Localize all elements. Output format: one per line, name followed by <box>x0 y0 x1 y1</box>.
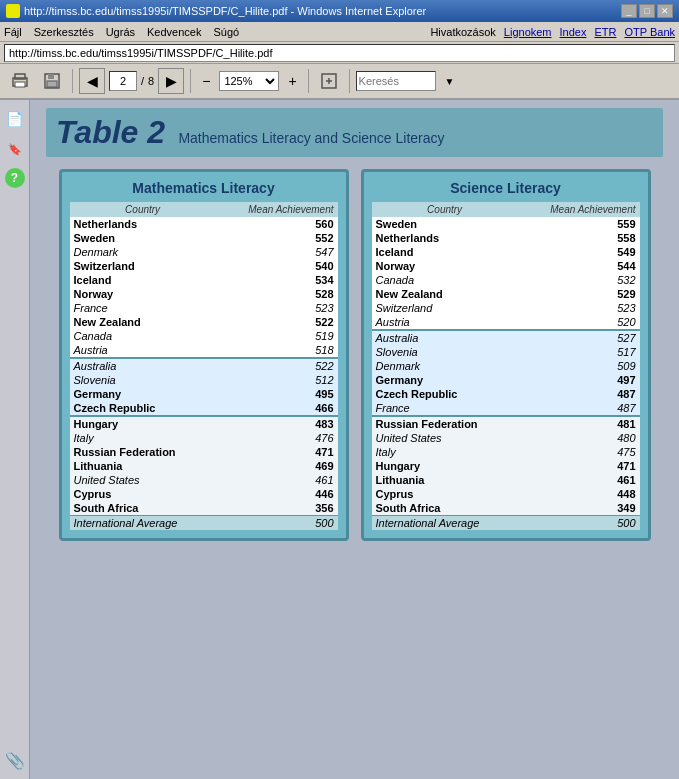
zoom-select[interactable]: 125% 100% 75% <box>219 71 279 91</box>
otpbank-link[interactable]: OTP Bank <box>624 26 675 38</box>
save-button[interactable] <box>38 67 66 95</box>
country-name: Iceland <box>372 245 518 259</box>
table-row: Netherlands560 <box>70 217 338 231</box>
address-bar <box>0 42 679 64</box>
table-row: South Africa356 <box>70 501 338 516</box>
etr-link[interactable]: ETR <box>594 26 616 38</box>
address-input[interactable] <box>4 44 675 62</box>
tables-container: Mathematics Literacy Country Mean Achiev… <box>46 169 663 541</box>
table-row: Russian Federation481 <box>372 416 640 431</box>
country-name: Lithuania <box>70 459 216 473</box>
table-title-row: Table 2 Mathematics Literacy and Science… <box>46 108 663 157</box>
mean-score: 466 <box>216 401 338 416</box>
country-name: Denmark <box>70 245 216 259</box>
country-name: Italy <box>70 431 216 445</box>
search-input[interactable] <box>356 71 436 91</box>
mean-score: 544 <box>518 259 640 273</box>
menu-help[interactable]: Súgó <box>213 26 239 38</box>
window-controls[interactable]: _ □ ✕ <box>621 4 673 18</box>
sidebar-bookmark-icon[interactable]: 🔖 <box>4 138 26 160</box>
country-name: Italy <box>372 445 518 459</box>
country-name: Germany <box>372 373 518 387</box>
zoom-out-button[interactable]: − <box>197 67 215 95</box>
table-row: Slovenia512 <box>70 373 338 387</box>
table-row: Italy476 <box>70 431 338 445</box>
table-row: Hungary471 <box>372 459 640 473</box>
menu-right: Hivatkozások Lignokem Index ETR OTP Bank <box>430 26 675 38</box>
country-name: Iceland <box>70 273 216 287</box>
menu-file[interactable]: Fájl <box>4 26 22 38</box>
country-name: Switzerland <box>372 301 518 315</box>
avg-label: International Average <box>372 516 518 531</box>
table-row: Canada519 <box>70 329 338 343</box>
toolbar-sep-4 <box>349 69 350 93</box>
page-number-input[interactable] <box>109 71 137 91</box>
svg-rect-5 <box>47 81 57 87</box>
country-name: United States <box>70 473 216 487</box>
country-name: New Zealand <box>70 315 216 329</box>
table-row: Lithuania469 <box>70 459 338 473</box>
mean-score: 523 <box>518 301 640 315</box>
menu-bar: Fájl Szerkesztés Ugrás Kedvencek Súgó Hi… <box>0 22 679 42</box>
sidebar-attachment-icon[interactable]: 📎 <box>4 749 26 771</box>
math-data-table: Country Mean Achievement Netherlands560S… <box>70 202 338 530</box>
country-name: France <box>372 401 518 416</box>
sidebar-question-icon[interactable]: ? <box>5 168 25 188</box>
table-row: Germany497 <box>372 373 640 387</box>
country-name: Czech Republic <box>372 387 518 401</box>
mean-score: 471 <box>518 459 640 473</box>
science-data-table: Country Mean Achievement Sweden559Nether… <box>372 202 640 530</box>
fit-page-button[interactable] <box>315 67 343 95</box>
mean-score: 461 <box>216 473 338 487</box>
country-name: Norway <box>70 287 216 301</box>
country-name: Australia <box>372 330 518 345</box>
mean-score: 547 <box>216 245 338 259</box>
page-separator: / <box>141 75 144 87</box>
table-row: United States461 <box>70 473 338 487</box>
table-row: Switzerland540 <box>70 259 338 273</box>
mean-score: 559 <box>518 217 640 231</box>
toolbar-sep-1 <box>72 69 73 93</box>
country-name: Slovenia <box>372 345 518 359</box>
mean-score: 534 <box>216 273 338 287</box>
country-name: New Zealand <box>372 287 518 301</box>
mean-score: 487 <box>518 387 640 401</box>
mean-score: 552 <box>216 231 338 245</box>
country-name: Cyprus <box>372 487 518 501</box>
minimize-button[interactable]: _ <box>621 4 637 18</box>
search-dropdown-button[interactable]: ▼ <box>440 67 460 95</box>
table-row: Denmark509 <box>372 359 640 373</box>
index-link[interactable]: Index <box>560 26 587 38</box>
mean-score: 527 <box>518 330 640 345</box>
mean-score: 532 <box>518 273 640 287</box>
print-button[interactable] <box>6 67 34 95</box>
math-table-title: Mathematics Literacy <box>70 180 338 196</box>
mean-score: 475 <box>518 445 640 459</box>
sidebar: 📄 🔖 ? 📎 <box>0 100 30 779</box>
table-row: International Average500 <box>70 516 338 531</box>
mean-score: 518 <box>216 343 338 358</box>
mean-score: 481 <box>518 416 640 431</box>
menu-edit[interactable]: Szerkesztés <box>34 26 94 38</box>
prev-page-button[interactable]: ◀ <box>79 68 105 94</box>
maximize-button[interactable]: □ <box>639 4 655 18</box>
mean-score: 497 <box>518 373 640 387</box>
close-button[interactable]: ✕ <box>657 4 673 18</box>
table-row: Iceland534 <box>70 273 338 287</box>
table-row: Cyprus448 <box>372 487 640 501</box>
table-row: Norway528 <box>70 287 338 301</box>
country-name: Denmark <box>372 359 518 373</box>
lignokem-link[interactable]: Lignokem <box>504 26 552 38</box>
sidebar-page-icon[interactable]: 📄 <box>4 108 26 130</box>
country-name: Russian Federation <box>70 445 216 459</box>
country-name: South Africa <box>372 501 518 516</box>
zoom-in-button[interactable]: + <box>283 67 301 95</box>
table-subtitle: Mathematics Literacy and Science Literac… <box>178 130 444 146</box>
country-name: Germany <box>70 387 216 401</box>
table-row: Czech Republic487 <box>372 387 640 401</box>
next-page-button[interactable]: ▶ <box>158 68 184 94</box>
table-number: Table 2 <box>56 114 165 150</box>
menu-favorites[interactable]: Kedvencek <box>147 26 201 38</box>
table-row: Norway544 <box>372 259 640 273</box>
menu-go[interactable]: Ugrás <box>106 26 135 38</box>
